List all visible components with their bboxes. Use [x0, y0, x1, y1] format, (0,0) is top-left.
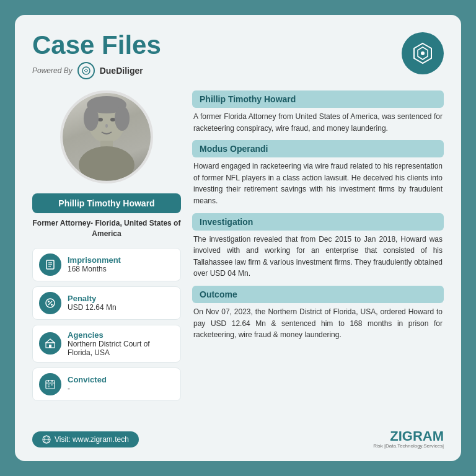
case-files-card: Case Files Powered By DueDiliger	[15, 15, 461, 461]
right-column: Phillip Timothy Howard A former Florida …	[192, 90, 444, 422]
investigation-body: The investigation revealed that from Dec…	[192, 234, 444, 280]
info-cards: Imprisonment 168 Months	[32, 248, 181, 401]
convicted-label: Convicted	[68, 375, 107, 384]
zigram-header-icon	[402, 32, 444, 74]
convicted-value: -	[68, 384, 107, 393]
name-section-header: Phillip Timothy Howard	[192, 90, 444, 108]
penalty-value: USD 12.64 Mn	[68, 303, 117, 312]
penalty-card: Penalty USD 12.64 Mn	[32, 286, 181, 320]
left-column: Phillip Timothy Howard Former Attorney- …	[32, 90, 181, 422]
svg-point-11	[84, 106, 99, 131]
zigram-tagline: Risk |Data.Technology.Services|	[373, 443, 444, 449]
penalty-label: Penalty	[68, 294, 117, 303]
penalty-text: Penalty USD 12.64 Mn	[68, 294, 117, 312]
imprisonment-text: Imprisonment 168 Months	[68, 255, 121, 273]
powered-by-name: DueDiliger	[100, 66, 143, 76]
convicted-text: Convicted -	[68, 375, 107, 393]
person-subtitle: Former Attorney- Florida, United States …	[32, 218, 181, 239]
agencies-label: Agencies	[68, 330, 174, 340]
header: Case Files Powered By DueDiliger	[32, 32, 444, 79]
investigation-header: Investigation	[192, 213, 444, 231]
svg-point-19	[51, 304, 53, 306]
modus-operandi-body: Howard engaged in racketeering via wire …	[192, 161, 444, 206]
footer: Visit: www.zigram.tech ZIGRAM Risk |Data…	[32, 430, 444, 449]
person-photo	[60, 90, 153, 183]
svg-point-6	[79, 146, 134, 180]
svg-rect-23	[46, 381, 55, 389]
main-content: Phillip Timothy Howard Former Attorney- …	[32, 90, 444, 422]
svg-marker-21	[46, 339, 55, 343]
outcome-section: Outcome On Nov 07, 2023, the Northern Di…	[192, 286, 444, 341]
person-name-badge: Phillip Timothy Howard	[32, 193, 181, 213]
svg-point-9	[105, 124, 108, 128]
svg-point-0	[82, 67, 90, 74]
svg-rect-22	[49, 345, 51, 348]
zigram-logo: ZIGRAM Risk |Data.Technology.Services|	[373, 430, 444, 449]
page-title: Case Files	[32, 32, 161, 58]
name-section: Phillip Timothy Howard A former Florida …	[192, 90, 444, 134]
svg-point-7	[98, 118, 103, 121]
agencies-value: Northern District Court of Florida, USA	[68, 340, 174, 357]
modus-operandi-section: Modus Operandi Howard engaged in rackete…	[192, 140, 444, 206]
svg-point-3	[421, 51, 425, 55]
powered-by-label: Powered By	[32, 66, 73, 75]
agencies-card: Agencies Northern District Court of Flor…	[32, 325, 181, 363]
outcome-header: Outcome	[192, 286, 444, 303]
convicted-card: Convicted -	[32, 368, 181, 401]
imprisonment-value: 168 Months	[68, 265, 121, 273]
header-left: Case Files Powered By DueDiliger	[32, 32, 161, 79]
powered-by: Powered By DueDiliger	[32, 62, 161, 79]
investigation-section: Investigation The investigation revealed…	[192, 213, 444, 280]
convicted-icon	[39, 373, 61, 395]
penalty-icon	[39, 292, 61, 314]
svg-point-12	[115, 106, 130, 131]
zigram-name: ZIGRAM	[390, 430, 444, 443]
imprisonment-label: Imprisonment	[68, 255, 121, 265]
modus-operandi-header: Modus Operandi	[192, 140, 444, 157]
agencies-icon	[39, 332, 61, 355]
svg-point-8	[110, 118, 115, 121]
agencies-text: Agencies Northern District Court of Flor…	[68, 330, 174, 357]
svg-point-18	[48, 301, 50, 302]
visit-badge: Visit: www.zigram.tech	[32, 431, 139, 447]
outcome-body: On Nov 07, 2023, the Northern District o…	[192, 306, 444, 341]
duediliger-icon	[77, 62, 95, 79]
name-section-body: A former Florida Attorney from United St…	[192, 111, 444, 134]
imprisonment-icon	[39, 253, 61, 276]
imprisonment-card: Imprisonment 168 Months	[32, 248, 181, 281]
visit-label: Visit: www.zigram.tech	[55, 435, 129, 444]
